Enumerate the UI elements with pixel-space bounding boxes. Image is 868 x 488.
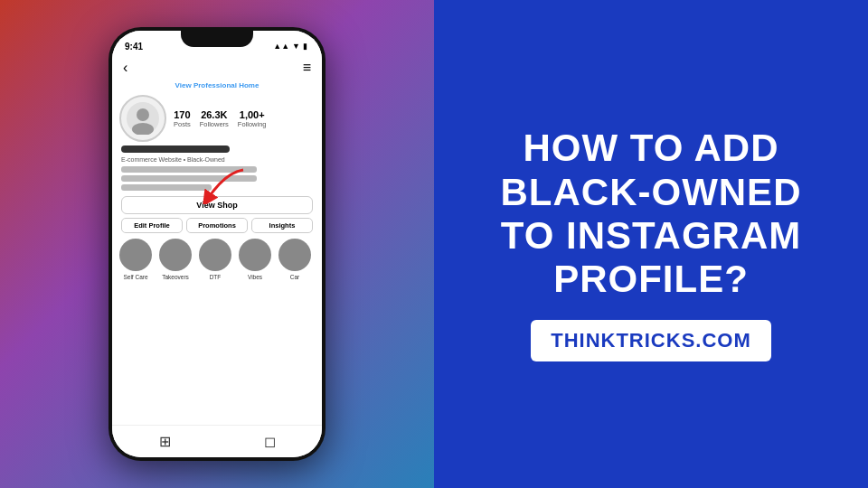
followers-label: Followers (200, 120, 229, 128)
story-circle-car (278, 239, 311, 271)
story-circle-dtf (199, 239, 231, 271)
home-icon[interactable]: ⊞ (159, 433, 171, 450)
posts-label: Posts (174, 120, 191, 128)
story-item-dtf[interactable]: DTF (199, 239, 231, 280)
story-label-takeovers: Takeovers (162, 274, 189, 280)
bio-name-bar (121, 145, 230, 153)
story-label-dtf: DTF (210, 274, 222, 280)
menu-icon[interactable]: ≡ (303, 60, 311, 76)
view-professional-link[interactable]: View Professional Home (112, 80, 322, 91)
battery-icon: ▮ (303, 42, 307, 51)
story-item-vibes[interactable]: Vibes (239, 239, 271, 280)
story-circle-takeovers (159, 239, 192, 271)
story-label-selfcare: Self Care (123, 274, 147, 280)
domain-text: THINKTRICKS.COM (551, 329, 751, 352)
followers-count: 26.3K (201, 109, 227, 120)
ig-nav: ‹ ≡ (112, 56, 322, 80)
title-line1: HOW TO ADD (501, 127, 802, 170)
status-time: 9:41 (125, 42, 143, 52)
story-item-selfcare[interactable]: Self Care (119, 239, 152, 280)
avatar (119, 95, 166, 142)
posts-count: 170 (174, 109, 190, 120)
story-circle-selfcare (119, 239, 152, 271)
edit-profile-button[interactable]: Edit Profile (121, 218, 183, 233)
phone-mockup: 9:41 ▲▲ ▼ ▮ ‹ ≡ View Professional Home (108, 27, 326, 461)
domain-box: THINKTRICKS.COM (531, 320, 771, 361)
arrow-overlay (198, 168, 248, 208)
phone-screen: 9:41 ▲▲ ▼ ▮ ‹ ≡ View Professional Home (112, 31, 322, 457)
title-line3: TO INSTAGRAM (501, 214, 802, 258)
phone-notch (181, 27, 253, 47)
stat-following: 1,00+ Following (238, 109, 267, 128)
stats-row: 170 Posts 26.3K Followers 1,00+ Followin… (174, 109, 313, 128)
tag-icon[interactable]: ◻ (264, 433, 276, 450)
action-buttons: Edit Profile Promotions Insights (112, 218, 322, 233)
story-circle-vibes (239, 239, 271, 271)
stat-followers: 26.3K Followers (200, 109, 229, 128)
status-icons: ▲▲ ▼ ▮ (273, 42, 307, 51)
profile-header: 170 Posts 26.3K Followers 1,00+ Followin… (112, 91, 322, 145)
article-title: HOW TO ADD BLACK-OWNED TO INSTAGRAM PROF… (501, 127, 802, 301)
story-label-vibes: Vibes (248, 274, 262, 280)
promotions-button[interactable]: Promotions (186, 218, 248, 233)
title-line4: PROFILE? (501, 258, 802, 301)
insights-button[interactable]: Insights (251, 218, 313, 233)
stories-row: Self Care Takeovers DTF Vibes (112, 239, 322, 280)
signal-icon: ▲▲ (273, 42, 289, 51)
story-item-car[interactable]: Car (278, 239, 311, 280)
bottom-nav: ⊞ ◻ (112, 425, 322, 457)
stat-posts: 170 Posts (174, 109, 191, 128)
svg-point-1 (137, 108, 149, 121)
back-icon[interactable]: ‹ (123, 60, 127, 76)
right-panel: HOW TO ADD BLACK-OWNED TO INSTAGRAM PROF… (434, 0, 868, 488)
left-panel: 9:41 ▲▲ ▼ ▮ ‹ ≡ View Professional Home (0, 0, 434, 488)
phone-shell: 9:41 ▲▲ ▼ ▮ ‹ ≡ View Professional Home (108, 27, 326, 461)
following-count: 1,00+ (240, 109, 265, 120)
story-label-car: Car (290, 274, 299, 280)
title-line2: BLACK-OWNED (501, 171, 802, 214)
wifi-icon: ▼ (292, 42, 300, 51)
following-label: Following (238, 120, 267, 128)
bio-tag-line: E-commerce Website • Black-Owned (121, 156, 313, 163)
story-item-takeovers[interactable]: Takeovers (159, 239, 192, 280)
